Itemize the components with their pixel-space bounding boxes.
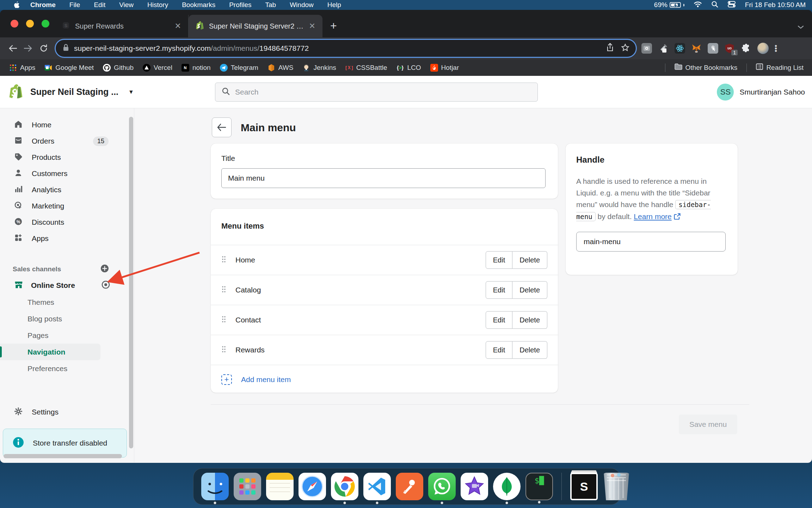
global-search[interactable] bbox=[215, 83, 538, 102]
terminal-dock-icon[interactable]: $█ bbox=[525, 473, 553, 500]
tab-super-rewards[interactable]: S Super Rewards ✕ bbox=[55, 15, 189, 37]
sidebar-item-online-store[interactable]: Online Store bbox=[0, 277, 124, 294]
sidebar-item-discounts[interactable]: % Discounts bbox=[0, 214, 124, 230]
extensions-puzzle-icon[interactable] bbox=[741, 43, 751, 54]
bookmark-aws[interactable]: AWS bbox=[267, 64, 294, 72]
search-input[interactable] bbox=[235, 88, 524, 96]
apple-icon[interactable] bbox=[13, 1, 20, 9]
zoom-window-button[interactable] bbox=[42, 20, 49, 28]
tab-search-chevron-icon[interactable] bbox=[797, 25, 804, 31]
bookmark-star-icon[interactable] bbox=[621, 43, 629, 54]
bookmark-github[interactable]: Github bbox=[103, 64, 134, 72]
menu-title-input[interactable] bbox=[221, 168, 546, 188]
trash-dock-icon[interactable] bbox=[603, 473, 630, 500]
save-menu-button[interactable]: Save menu bbox=[679, 415, 737, 434]
bookmark-jenkins[interactable]: Jenkins bbox=[302, 64, 336, 72]
drag-handle-icon[interactable] bbox=[221, 315, 226, 325]
delete-button[interactable]: Delete bbox=[512, 281, 547, 299]
wifi-icon[interactable] bbox=[694, 1, 702, 10]
address-bar[interactable]: super-neil-staging-server2.myshopify.com… bbox=[56, 40, 636, 57]
user-menu[interactable]: SS Smurtiranjan Sahoo bbox=[717, 84, 805, 101]
view-store-eye-icon[interactable] bbox=[101, 280, 111, 291]
launchpad-dock-icon[interactable] bbox=[234, 473, 261, 500]
sidebar-item-analytics[interactable]: Analytics bbox=[0, 182, 124, 198]
tab-shopify-admin[interactable]: Super Neil Staging Server2 ~ M ✕ bbox=[189, 15, 322, 37]
menu-edit[interactable]: Edit bbox=[94, 1, 105, 9]
sidebar-item-apps[interactable]: Apps bbox=[0, 230, 124, 247]
finder-dock-icon[interactable] bbox=[201, 473, 229, 500]
bookmark-telegram[interactable]: Telegram bbox=[220, 64, 258, 72]
sidebar-item-navigation[interactable]: Navigation bbox=[0, 344, 100, 360]
menubar-clock[interactable]: Fri 18 Feb 10:50 AM bbox=[745, 1, 806, 9]
menu-tab[interactable]: Tab bbox=[265, 1, 276, 9]
edit-button[interactable]: Edit bbox=[486, 311, 512, 329]
bookmark-google-meet[interactable]: Google Meet bbox=[44, 64, 94, 72]
reading-list[interactable]: Reading List bbox=[756, 64, 804, 72]
close-window-button[interactable] bbox=[11, 20, 18, 28]
bookmark-cssbattle[interactable]: [Ｘ] CSSBattle bbox=[345, 64, 387, 72]
mongodb-dock-icon[interactable] bbox=[493, 473, 521, 500]
store-switcher[interactable]: Super Neil Staging ... ▼ bbox=[8, 83, 134, 101]
sidebar-item-marketing[interactable]: Marketing bbox=[0, 198, 124, 214]
drag-handle-icon[interactable] bbox=[221, 255, 226, 265]
notes-dock-icon[interactable] bbox=[266, 473, 294, 500]
drag-handle-icon[interactable] bbox=[221, 345, 226, 355]
sidebar-item-settings[interactable]: Settings bbox=[0, 404, 124, 420]
learn-more-link[interactable]: Learn more bbox=[634, 212, 671, 220]
share-icon[interactable] bbox=[606, 43, 614, 54]
whatsapp-dock-icon[interactable] bbox=[428, 473, 456, 500]
menu-profiles[interactable]: Profiles bbox=[229, 1, 251, 9]
bookmark-lco[interactable]: {>} LCO bbox=[396, 64, 421, 72]
delete-button[interactable]: Delete bbox=[512, 251, 547, 269]
safari-dock-icon[interactable] bbox=[299, 473, 326, 500]
new-tab-button[interactable]: + bbox=[330, 19, 337, 32]
shopify-file-dock-icon[interactable]: S bbox=[570, 473, 598, 500]
menu-chrome[interactable]: Chrome bbox=[30, 1, 56, 9]
sidebar-item-pages[interactable]: Pages bbox=[0, 327, 124, 344]
sidebar-item-preferences[interactable]: Preferences bbox=[0, 360, 124, 377]
react-devtools-extension-icon[interactable] bbox=[675, 43, 685, 54]
chrome-menu-kebab-icon[interactable]: ••• bbox=[775, 45, 777, 52]
bookmark-notion[interactable]: N notion bbox=[182, 64, 211, 72]
metamask-extension-icon[interactable] bbox=[691, 43, 702, 54]
sidebar-item-products[interactable]: Products bbox=[0, 149, 124, 165]
close-tab-icon[interactable]: ✕ bbox=[175, 22, 181, 31]
menu-view[interactable]: View bbox=[119, 1, 134, 9]
drag-handle-icon[interactable] bbox=[221, 285, 226, 295]
sidebar-item-home[interactable]: Home bbox=[0, 117, 124, 133]
bookmark-vercel[interactable]: Vercel bbox=[143, 64, 172, 72]
bookmark-hotjar[interactable]: Hotjar bbox=[430, 64, 459, 72]
back-button[interactable] bbox=[212, 117, 232, 137]
forward-icon[interactable] bbox=[20, 44, 36, 53]
add-sales-channel-icon[interactable] bbox=[100, 264, 109, 275]
handle-input[interactable] bbox=[576, 232, 726, 252]
bookmark-apps[interactable]: Apps bbox=[9, 64, 35, 72]
ublock-extension-icon[interactable]: uo 1 bbox=[724, 43, 735, 54]
menu-history[interactable]: History bbox=[147, 1, 168, 9]
other-bookmarks[interactable]: Other Bookmarks bbox=[675, 64, 738, 72]
store-transfer-banner[interactable]: Store transfer disabled bbox=[3, 429, 127, 458]
menu-help[interactable]: Help bbox=[327, 1, 341, 9]
menu-window[interactable]: Window bbox=[290, 1, 314, 9]
minimize-window-button[interactable] bbox=[26, 20, 34, 28]
edit-button[interactable]: Edit bbox=[486, 251, 512, 269]
edit-button[interactable]: Edit bbox=[486, 341, 512, 359]
menu-file[interactable]: File bbox=[69, 1, 80, 9]
back-icon[interactable] bbox=[5, 44, 20, 53]
chrome-dock-icon[interactable] bbox=[331, 473, 358, 500]
sidebar-item-blog-posts[interactable]: Blog posts bbox=[0, 310, 124, 327]
screenshot-extension-icon[interactable] bbox=[641, 43, 652, 54]
spotlight-icon[interactable] bbox=[711, 1, 718, 10]
control-center-icon[interactable] bbox=[727, 1, 736, 10]
sidebar-item-themes[interactable]: Themes bbox=[0, 294, 124, 310]
close-tab-icon[interactable]: ✕ bbox=[309, 22, 315, 31]
edit-button[interactable]: Edit bbox=[486, 281, 512, 299]
sidebar-horizontal-scrollbar[interactable] bbox=[4, 454, 122, 458]
delete-button[interactable]: Delete bbox=[512, 311, 547, 329]
colorpicker-extension-icon[interactable] bbox=[658, 43, 669, 54]
reload-icon[interactable] bbox=[36, 44, 51, 53]
sidebar-item-orders[interactable]: Orders 15 bbox=[0, 133, 124, 149]
menu-bookmarks[interactable]: Bookmarks bbox=[182, 1, 215, 9]
sidebar-item-customers[interactable]: Customers bbox=[0, 165, 124, 182]
autoclicker-extension-icon[interactable] bbox=[708, 43, 718, 54]
